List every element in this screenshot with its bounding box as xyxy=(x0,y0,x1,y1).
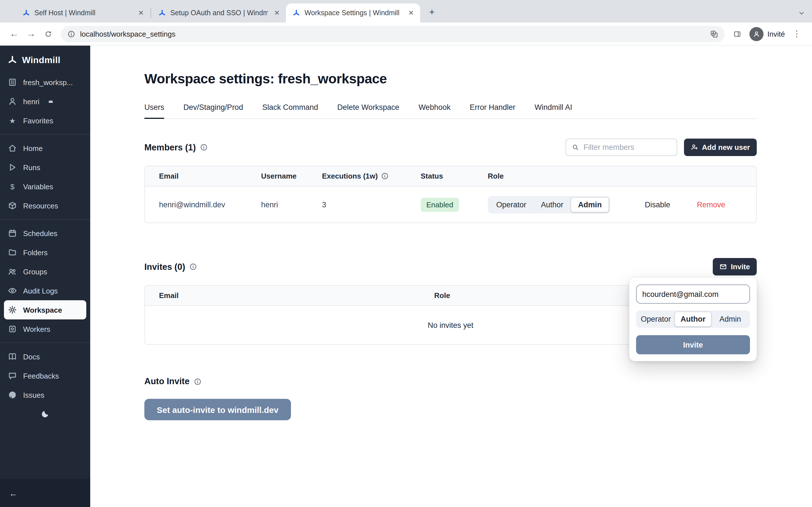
info-icon[interactable] xyxy=(200,144,208,151)
browser-profile-chip[interactable]: Invité xyxy=(749,27,785,41)
info-icon[interactable] xyxy=(194,378,201,385)
sidebar-item-user[interactable]: henri xyxy=(0,92,90,111)
side-panel-icon[interactable] xyxy=(729,25,746,42)
chevron-down-icon[interactable] xyxy=(798,10,805,17)
folder-icon xyxy=(8,248,17,257)
invites-header: Invites (0) Invite xyxy=(144,258,757,276)
browser-toolbar: ← → localhost/workspace_settings Invité … xyxy=(0,22,812,46)
sidebar-item-label: Home xyxy=(23,144,43,152)
browser-tab-active[interactable]: Workspace Settings | Windmill ✕ xyxy=(286,3,420,22)
tab-delete-workspace[interactable]: Delete Workspace xyxy=(337,103,399,119)
browser-menu-icon[interactable]: ⋮ xyxy=(788,25,805,42)
workspace-grid-icon xyxy=(8,78,17,87)
sidebar-divider xyxy=(0,134,90,135)
windmill-favicon xyxy=(22,9,30,17)
sidebar-item-favorites[interactable]: ★ Favorites xyxy=(0,111,90,130)
url-bar[interactable]: localhost/workspace_settings xyxy=(61,25,725,42)
sidebar-divider xyxy=(0,219,90,220)
tab-dev-staging-prod[interactable]: Dev/Staging/Prod xyxy=(184,103,243,119)
search-icon xyxy=(572,144,579,151)
sidebar-item-workers[interactable]: Workers xyxy=(0,320,90,339)
filter-members-input[interactable] xyxy=(583,143,671,152)
sidebar-item-label: Favorites xyxy=(23,116,53,125)
windmill-favicon xyxy=(158,9,166,17)
filter-members-box[interactable] xyxy=(566,138,677,156)
member-executions: 3 xyxy=(322,200,421,209)
windmill-logo-icon xyxy=(8,56,17,65)
moon-icon[interactable] xyxy=(41,409,49,418)
disable-button[interactable]: Disable xyxy=(645,200,670,209)
role-admin-button[interactable]: Admin xyxy=(712,312,749,327)
remove-button[interactable]: Remove xyxy=(697,200,725,209)
theme-row xyxy=(0,404,90,423)
sidebar-item-workspace-selector[interactable]: fresh_worksp... xyxy=(0,73,90,92)
sidebar-divider xyxy=(0,342,90,343)
forward-button[interactable]: → xyxy=(22,25,40,42)
add-new-user-button[interactable]: Add new user xyxy=(684,138,757,156)
role-operator-button[interactable]: Operator xyxy=(489,197,534,212)
sidebar-item-groups[interactable]: Groups xyxy=(0,262,90,281)
invites-heading: Invites (0) xyxy=(144,262,185,272)
sidebar-item-audit-logs[interactable]: Audit Logs xyxy=(0,281,90,300)
sidebar-item-workspace[interactable]: Workspace xyxy=(4,300,86,320)
member-row: henri@windmill.dev henri 3 Enabled Opera… xyxy=(145,186,756,223)
sidebar-item-label: Runs xyxy=(23,163,40,172)
invite-submit-button[interactable]: Invite xyxy=(636,335,750,354)
new-tab-button[interactable]: + xyxy=(424,5,439,20)
sidebar-collapse-bar[interactable]: ← xyxy=(0,479,90,507)
tab-slack-command[interactable]: Slack Command xyxy=(262,103,318,119)
col-executions: Executions (1w) xyxy=(322,172,421,180)
info-icon[interactable] xyxy=(190,263,197,270)
cpu-icon xyxy=(8,325,17,334)
sidebar-item-feedbacks[interactable]: Feedbacks xyxy=(0,366,90,385)
user-plus-icon xyxy=(691,144,698,151)
browser-tab-title: Self Host | Windmill xyxy=(35,9,132,17)
browser-tab-1[interactable]: Self Host | Windmill ✕ xyxy=(16,3,150,22)
invite-button-label: Invite xyxy=(731,263,750,271)
sidebar-item-runs[interactable]: Runs xyxy=(0,158,90,177)
crown-icon xyxy=(48,99,54,104)
back-button[interactable]: ← xyxy=(6,25,22,42)
sidebar-item-folders[interactable]: Folders xyxy=(0,243,90,262)
tab-webhook[interactable]: Webhook xyxy=(418,103,451,119)
windmill-brand[interactable]: Windmill xyxy=(0,46,90,73)
sidebar-item-home[interactable]: Home xyxy=(0,138,90,158)
browser-tab-2[interactable]: Setup OAuth and SSO | Windm ✕ xyxy=(152,3,286,22)
dollar-icon: $ xyxy=(8,182,17,191)
close-icon[interactable]: ✕ xyxy=(407,8,416,17)
tab-users[interactable]: Users xyxy=(144,103,164,119)
members-table-header: Email Username Executions (1w) Status Ro… xyxy=(145,166,756,186)
envelope-icon xyxy=(719,263,727,270)
role-author-button[interactable]: Author xyxy=(534,197,571,212)
member-email: henri@windmill.dev xyxy=(159,200,261,209)
empty-text: No invites yet xyxy=(428,321,473,329)
members-table: Email Username Executions (1w) Status Ro… xyxy=(144,166,757,223)
set-auto-invite-button[interactable]: Set auto-invite to windmill.dev xyxy=(144,399,291,420)
invite-email-input[interactable] xyxy=(636,284,750,304)
reload-button[interactable] xyxy=(40,25,56,42)
github-icon xyxy=(8,390,17,399)
profile-name: Invité xyxy=(767,30,785,38)
invite-button[interactable]: Invite xyxy=(713,258,757,276)
home-icon xyxy=(8,144,17,153)
sidebar-item-variables[interactable]: $ Variables xyxy=(0,177,90,196)
browser-tabstrip: Self Host | Windmill ✕ Setup OAuth and S… xyxy=(0,0,812,22)
browser-tab-title: Setup OAuth and SSO | Windm xyxy=(170,9,268,17)
translate-icon[interactable] xyxy=(711,30,718,38)
info-icon[interactable] xyxy=(381,172,389,180)
main-content: Workspace settings: fresh_workspace User… xyxy=(90,46,812,507)
close-icon[interactable]: ✕ xyxy=(137,8,146,17)
tab-error-handler[interactable]: Error Handler xyxy=(470,103,515,119)
role-author-button[interactable]: Author xyxy=(674,312,712,327)
sidebar-item-docs[interactable]: Docs xyxy=(0,347,90,366)
sidebar-item-label: Variables xyxy=(23,182,53,191)
tab-windmill-ai[interactable]: Windmill AI xyxy=(535,103,572,119)
role-operator-button[interactable]: Operator xyxy=(637,312,674,327)
close-icon[interactable]: ✕ xyxy=(272,8,282,17)
sidebar-item-schedules[interactable]: Schedules xyxy=(0,224,90,243)
role-admin-button[interactable]: Admin xyxy=(571,197,609,212)
cube-icon xyxy=(8,201,17,210)
site-info-icon[interactable] xyxy=(68,30,75,38)
sidebar-item-issues[interactable]: Issues xyxy=(0,385,90,404)
sidebar-item-resources[interactable]: Resources xyxy=(0,196,90,215)
